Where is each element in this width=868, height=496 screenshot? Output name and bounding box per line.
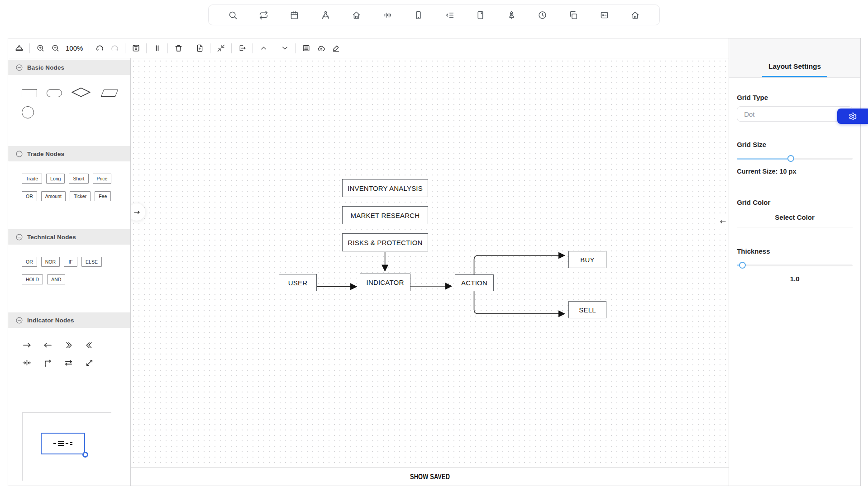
indicator-icon-row bbox=[22, 340, 130, 350]
shape-rounded-rectangle[interactable] bbox=[47, 89, 62, 97]
panel-input-icon[interactable] bbox=[599, 10, 609, 20]
rocket-icon[interactable] bbox=[506, 10, 516, 20]
current-size-text: Current Size: 10 px bbox=[737, 168, 853, 175]
flow-node-user[interactable]: USER bbox=[279, 274, 317, 291]
node-button-trade[interactable]: Trade bbox=[22, 174, 42, 184]
node-button-row: HOLDAND bbox=[22, 274, 130, 284]
collapse-icon[interactable] bbox=[216, 44, 225, 53]
swap-arrows-icon[interactable] bbox=[63, 358, 74, 368]
node-button-else[interactable]: ELSE bbox=[81, 257, 102, 267]
grid-type-select[interactable]: Dot bbox=[737, 106, 853, 122]
home-icon[interactable] bbox=[630, 10, 640, 20]
flow-node-market[interactable]: MARKET RESEARCH bbox=[342, 206, 428, 224]
chevrons-right-icon[interactable] bbox=[63, 340, 74, 350]
settings-gear-button[interactable] bbox=[837, 109, 868, 124]
log-list-icon[interactable] bbox=[301, 44, 310, 53]
node-button-short[interactable]: Short bbox=[69, 174, 88, 184]
compass-icon[interactable] bbox=[320, 10, 330, 20]
flow-node-inventory[interactable]: INVENTORY ANALYSIS bbox=[342, 179, 428, 197]
node-button-long[interactable]: Long bbox=[46, 174, 65, 184]
node-button-ticker[interactable]: Ticker bbox=[70, 191, 91, 201]
section-header-indicator-nodes[interactable]: Indicator Nodes bbox=[8, 312, 130, 328]
cloud-upload-icon[interactable] bbox=[316, 44, 325, 53]
node-button-or[interactable]: OR bbox=[22, 257, 37, 267]
thickness-label: Thickness bbox=[737, 247, 853, 255]
settings-panel-header: Layout Settings bbox=[729, 38, 860, 78]
section-header-technical-nodes[interactable]: Technical Nodes bbox=[8, 229, 130, 245]
outdent-icon[interactable] bbox=[444, 10, 454, 20]
shape-parallelogram[interactable] bbox=[101, 90, 118, 97]
flow-node-indicator[interactable]: INDICATOR bbox=[360, 274, 410, 291]
slider-track[interactable] bbox=[737, 265, 853, 266]
save-icon[interactable] bbox=[131, 44, 140, 53]
diagonal-arrow-icon[interactable] bbox=[84, 358, 95, 368]
collapse-minus-icon bbox=[15, 150, 23, 158]
tab-layout-settings[interactable]: Layout Settings bbox=[762, 62, 827, 77]
grid-type-label: Grid Type bbox=[737, 94, 853, 101]
corner-arrow-icon[interactable] bbox=[43, 358, 53, 368]
toolbar-separator bbox=[231, 43, 232, 53]
node-palette-sidebar: Basic NodesTrade NodesTradeLongShortPric… bbox=[8, 58, 131, 486]
diagram-canvas[interactable]: INVENTORY ANALYSISMARKET RESEARCHRISKS &… bbox=[131, 58, 729, 468]
clock-icon[interactable] bbox=[538, 10, 548, 20]
sidebar-collapse-toggle[interactable] bbox=[131, 203, 145, 221]
section-title: Technical Nodes bbox=[27, 234, 76, 241]
flow-node-risks[interactable]: RISKS & PROTECTION bbox=[342, 233, 428, 251]
hard-hat-icon[interactable] bbox=[14, 44, 24, 53]
node-button-if[interactable]: IF bbox=[64, 257, 77, 267]
chevron-up-icon[interactable] bbox=[259, 44, 268, 53]
node-button-nor[interactable]: NOR bbox=[41, 257, 60, 267]
node-button-and[interactable]: AND bbox=[47, 274, 65, 284]
flow-node-buy[interactable]: BUY bbox=[568, 251, 606, 268]
undo-icon[interactable] bbox=[95, 44, 104, 53]
home-icon[interactable] bbox=[352, 10, 362, 20]
shape-diamond[interactable] bbox=[72, 87, 91, 99]
file-plus-icon[interactable] bbox=[195, 44, 204, 53]
grid-size-slider[interactable] bbox=[737, 155, 853, 162]
chevron-down-icon[interactable] bbox=[280, 44, 289, 53]
node-button-fee[interactable]: Fee bbox=[95, 191, 111, 201]
arrows-to-center-icon[interactable] bbox=[22, 358, 32, 368]
show-saved-button[interactable]: SHOW SAVED bbox=[131, 468, 729, 486]
edit-icon[interactable] bbox=[331, 44, 340, 53]
flow-node-sell[interactable]: SELL bbox=[568, 301, 606, 318]
panel-collapse-toggle[interactable] bbox=[714, 213, 729, 230]
grid-type-value: Dot bbox=[744, 110, 754, 118]
audio-waveform-icon[interactable] bbox=[382, 10, 392, 20]
toolbar-separator bbox=[210, 43, 210, 53]
search-icon[interactable] bbox=[228, 10, 238, 20]
calendar-icon[interactable] bbox=[290, 10, 300, 20]
resize-handle[interactable] bbox=[82, 452, 88, 458]
copy-icon[interactable] bbox=[568, 10, 578, 20]
node-button-row: ORNORIFELSE bbox=[22, 257, 130, 267]
thickness-slider-thumb[interactable] bbox=[739, 262, 746, 269]
repeat-icon[interactable] bbox=[258, 10, 268, 20]
pause-icon[interactable] bbox=[153, 44, 162, 53]
flow-node-action[interactable]: ACTION bbox=[455, 274, 494, 291]
canvas-column: INVENTORY ANALYSISMARKET RESEARCHRISKS &… bbox=[131, 58, 729, 486]
node-button-amount[interactable]: Amount bbox=[41, 191, 66, 201]
thickness-slider[interactable] bbox=[737, 262, 853, 269]
node-button-hold[interactable]: HOLD bbox=[22, 274, 43, 284]
trash-icon[interactable] bbox=[174, 44, 183, 53]
smartphone-icon[interactable] bbox=[414, 10, 424, 20]
select-color-button[interactable]: Select Color bbox=[737, 213, 853, 227]
grid-size-slider-thumb[interactable] bbox=[787, 155, 794, 162]
slider-fill bbox=[737, 158, 791, 160]
arrow-right-icon[interactable] bbox=[22, 340, 32, 350]
selected-node-preview[interactable] bbox=[41, 433, 85, 454]
notebook-icon[interactable] bbox=[476, 10, 486, 20]
section-header-basic-nodes[interactable]: Basic Nodes bbox=[8, 60, 130, 75]
section-header-trade-nodes[interactable]: Trade Nodes bbox=[8, 146, 130, 161]
section-content: TradeLongShortPriceORAmountTickerFee bbox=[8, 161, 130, 228]
arrow-left-icon[interactable] bbox=[43, 340, 53, 350]
export-icon[interactable] bbox=[238, 44, 247, 53]
shape-rectangle[interactable] bbox=[22, 89, 37, 97]
shape-circle[interactable] bbox=[22, 106, 34, 118]
chevrons-left-icon[interactable] bbox=[84, 340, 95, 350]
diagram-edges bbox=[131, 58, 729, 468]
node-button-or[interactable]: OR bbox=[22, 191, 37, 201]
zoom-out-icon[interactable] bbox=[51, 44, 60, 53]
node-button-price[interactable]: Price bbox=[93, 174, 112, 184]
zoom-in-icon[interactable] bbox=[36, 44, 45, 53]
